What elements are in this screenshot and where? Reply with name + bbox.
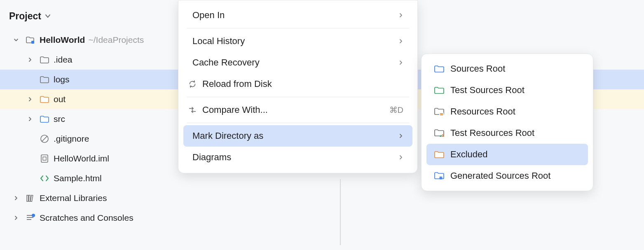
tree-label: out — [54, 94, 66, 104]
menu-shortcut: ⌘D — [389, 105, 403, 115]
folder-icon — [40, 75, 49, 84]
submenu-excluded[interactable]: Excluded — [426, 144, 588, 165]
tree-label: HelloWorld.iml — [54, 154, 109, 164]
folder-test-resources-icon — [433, 128, 445, 138]
tree-label: Scratches and Consoles — [40, 213, 133, 223]
menu-open-in[interactable]: Open In — [183, 5, 412, 26]
folder-generated-icon — [433, 171, 445, 181]
html-file-icon — [40, 173, 49, 183]
chevron-right-icon — [398, 155, 403, 160]
submenu-label: Test Resources Root — [450, 128, 534, 138]
chevron-right-icon[interactable] — [12, 194, 20, 202]
menu-label: Mark Directory as — [192, 131, 398, 141]
folder-excluded-icon — [433, 150, 445, 159]
folder-source-icon — [40, 114, 49, 124]
menu-label: Open In — [192, 10, 398, 21]
tree-label: logs — [54, 75, 70, 84]
submenu-test-resources-root[interactable]: Test Resources Root — [426, 122, 588, 144]
submenu-label: Resources Root — [450, 106, 515, 117]
svg-point-11 — [32, 214, 35, 217]
svg-rect-5 — [27, 195, 28, 201]
svg-line-2 — [42, 136, 47, 141]
menu-local-history[interactable]: Local History — [183, 30, 412, 52]
chevron-right-icon — [398, 13, 403, 18]
menu-label: Cache Recovery — [192, 57, 398, 68]
svg-rect-0 — [31, 41, 34, 44]
iml-file-icon — [40, 154, 49, 164]
svg-rect-4 — [43, 157, 46, 160]
submenu-resources-root[interactable]: Resources Root — [426, 101, 588, 122]
menu-label: Reload from Disk — [202, 79, 403, 89]
submenu-label: Test Sources Root — [450, 85, 525, 96]
folder-excluded-icon — [40, 94, 49, 104]
chevron-right-icon[interactable] — [26, 115, 34, 123]
compare-icon — [187, 105, 198, 114]
menu-separator — [187, 28, 409, 28]
svg-rect-7 — [30, 195, 33, 201]
submenu-label: Sources Root — [450, 63, 505, 74]
project-module-icon — [26, 35, 35, 45]
mark-directory-submenu: Sources Root Test Sources Root Resources… — [421, 54, 593, 191]
submenu-generated-sources[interactable]: Generated Sources Root — [426, 165, 588, 187]
tree-label: HelloWorld — [40, 35, 85, 45]
submenu-label: Excluded — [450, 149, 488, 160]
tree-row-scratches[interactable]: Scratches and Consoles — [0, 208, 644, 228]
folder-resources-icon — [433, 107, 445, 117]
svg-rect-12 — [439, 112, 444, 116]
folder-test-source-icon — [433, 85, 445, 95]
chevron-right-icon[interactable] — [26, 96, 34, 103]
chevron-down-icon[interactable] — [44, 12, 51, 21]
tree-label: .gitignore — [54, 134, 89, 144]
svg-rect-3 — [41, 155, 48, 162]
svg-rect-6 — [29, 195, 30, 201]
menu-compare-with[interactable]: Compare With... ⌘D — [183, 99, 412, 121]
tree-label: src — [54, 114, 65, 124]
menu-separator — [187, 123, 409, 123]
chevron-down-icon[interactable] — [12, 36, 20, 44]
submenu-test-sources-root[interactable]: Test Sources Root — [426, 79, 588, 101]
chevron-right-icon — [398, 133, 403, 138]
tree-label: External Libraries — [40, 193, 107, 203]
menu-mark-directory[interactable]: Mark Directory as — [183, 125, 412, 147]
tree-path: ~/IdeaProjects — [88, 35, 144, 45]
folder-source-icon — [433, 64, 445, 74]
chevron-right-icon — [398, 60, 403, 65]
menu-separator — [187, 97, 409, 97]
library-icon — [26, 193, 35, 203]
submenu-sources-root[interactable]: Sources Root — [426, 58, 588, 79]
menu-label: Compare With... — [202, 105, 389, 115]
tree-label: .idea — [54, 55, 73, 65]
submenu-label: Generated Sources Root — [450, 171, 550, 181]
menu-diagrams[interactable]: Diagrams — [183, 147, 412, 168]
folder-icon — [40, 55, 49, 65]
gitignore-icon — [40, 134, 49, 144]
menu-label: Diagrams — [192, 152, 398, 163]
tree-row-external-libs[interactable]: External Libraries — [0, 188, 644, 208]
chevron-right-icon — [398, 39, 403, 44]
scratches-icon — [26, 213, 35, 223]
menu-reload-disk[interactable]: Reload from Disk — [183, 73, 412, 95]
panel-title: Project — [9, 11, 41, 22]
context-menu: Open In Local History Cache Recovery Rel… — [178, 0, 418, 173]
chevron-right-icon[interactable] — [12, 214, 20, 222]
reload-icon — [187, 79, 198, 89]
chevron-right-icon[interactable] — [26, 56, 34, 63]
menu-label: Local History — [192, 36, 398, 47]
chevron-placeholder — [26, 76, 34, 83]
editor-caret — [340, 179, 341, 245]
tree-label: Sample.html — [54, 173, 102, 183]
menu-cache-recovery[interactable]: Cache Recovery — [183, 52, 412, 73]
